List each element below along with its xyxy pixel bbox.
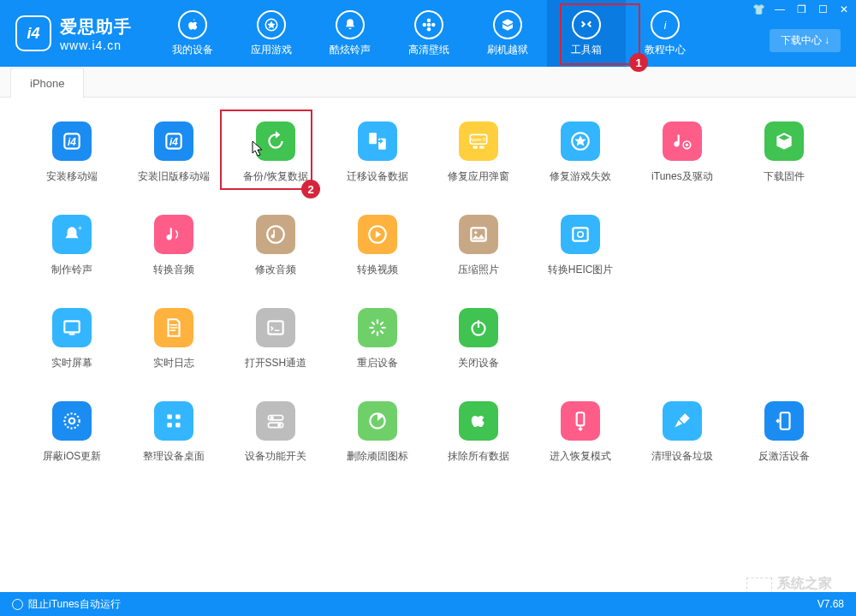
tool-install-mobile[interactable]: i4 安装移动端 [26, 121, 119, 184]
tool-delete-stubborn[interactable]: 删除顽固图标 [330, 401, 424, 464]
svg-point-19 [686, 144, 688, 146]
tool-clean-device[interactable]: 清理设备垃圾 [636, 401, 729, 464]
tool-convert-video[interactable]: 转换视频 [330, 215, 424, 277]
document-icon [154, 308, 193, 347]
nav-label: 教程中心 [645, 43, 686, 57]
tool-device-switch[interactable]: 设备功能开关 [229, 401, 323, 464]
tool-convert-audio[interactable]: 转换音频 [128, 215, 221, 277]
svg-text:+: + [78, 223, 83, 233]
close-button[interactable]: ✕ [837, 3, 851, 15]
tool-label: 实时日志 [153, 356, 194, 370]
info-icon: i [651, 10, 680, 39]
svg-rect-11 [369, 133, 377, 144]
main-nav: 我的设备 应用游戏 酷炫铃声 高清壁纸 刷机越狱 工具箱 i 教程中心 [153, 0, 704, 67]
i4-icon: i4 [154, 121, 193, 161]
svg-rect-12 [378, 139, 386, 150]
tool-migrate-data[interactable]: 迁移设备数据 [330, 121, 424, 184]
tool-itunes-driver[interactable]: iTunes及驱动 [636, 121, 729, 184]
nav-device[interactable]: 我的设备 [153, 0, 232, 67]
appleid-icon: Apple ID [459, 121, 498, 161]
minimize-button[interactable]: — [773, 3, 787, 15]
tool-erase-all[interactable]: 抹除所有数据 [432, 401, 526, 464]
tool-label: 修复应用弹窗 [448, 169, 509, 184]
download-center-button[interactable]: 下载中心 ↓ [770, 29, 841, 52]
tool-edit-audio[interactable]: 修改音频 [229, 215, 323, 277]
tool-label: 打开SSH通道 [245, 356, 307, 370]
watermark-text: 系统之家 [777, 575, 847, 593]
nav-apps[interactable]: 应用游戏 [232, 0, 311, 67]
logo-text: 爱思助手 www.i4.cn [60, 15, 132, 52]
tool-backup-restore[interactable]: 备份/恢复数据 [229, 121, 323, 184]
tool-reboot-device[interactable]: 重启设备 [330, 308, 424, 370]
tool-fix-popup[interactable]: Apple ID 修复应用弹窗 [432, 121, 526, 184]
svg-point-4 [423, 22, 427, 27]
tool-shutdown-device[interactable]: 关闭设备 [432, 308, 526, 370]
tool-label: iTunes及驱动 [651, 169, 713, 184]
apple-shine-icon [459, 401, 498, 441]
svg-rect-15 [473, 145, 478, 148]
tool-convert-heic[interactable]: 转换HEIC图片 [534, 215, 627, 277]
tool-label: 转换HEIC图片 [548, 263, 614, 277]
restore-button[interactable]: ❐ [794, 3, 808, 15]
maximize-button[interactable]: ☐ [816, 3, 829, 15]
status-bar: 阻止iTunes自动运行 V7.68 [0, 592, 856, 616]
tool-realtime-log[interactable]: 实时日志 [128, 308, 221, 370]
svg-line-34 [372, 323, 373, 324]
app-logo: i4 爱思助手 www.i4.cn [15, 15, 132, 52]
tool-open-ssh[interactable]: 打开SSH通道 [229, 308, 323, 370]
image-icon [459, 215, 498, 254]
nav-toolbox[interactable]: 工具箱 [547, 0, 626, 67]
nav-wallpaper[interactable]: 高清壁纸 [389, 0, 468, 67]
nav-label: 酷炫铃声 [330, 43, 371, 57]
tool-label: 清理设备垃圾 [651, 449, 713, 464]
nav-ringtones[interactable]: 酷炫铃声 [311, 0, 389, 67]
svg-rect-42 [168, 414, 172, 418]
svg-rect-27 [65, 321, 80, 332]
tool-label: 设备功能开关 [245, 449, 306, 464]
svg-point-5 [431, 22, 436, 27]
app-name: 爱思助手 [60, 15, 132, 38]
tool-download-firmware[interactable]: 下载固件 [737, 121, 830, 184]
tool-make-ringtone[interactable]: + 制作铃声 [26, 215, 119, 277]
nav-tutorial[interactable]: i 教程中心 [626, 0, 704, 67]
nav-label: 高清壁纸 [408, 43, 449, 57]
loading-icon [358, 308, 397, 347]
tool-label: 关闭设备 [458, 356, 499, 370]
power-icon [459, 308, 498, 347]
tool-block-ios-update[interactable]: 屏蔽iOS更新 [26, 401, 119, 464]
tool-label: 安装移动端 [46, 169, 98, 184]
tool-arrange-desktop[interactable]: 整理设备桌面 [128, 401, 221, 464]
tool-label: 修改音频 [255, 263, 296, 277]
tool-realtime-screen[interactable]: 实时屏幕 [26, 308, 119, 370]
svg-line-37 [381, 323, 383, 324]
svg-rect-45 [175, 423, 180, 427]
svg-rect-25 [573, 228, 587, 240]
tools-icon [572, 10, 601, 39]
tool-label: 整理设备桌面 [143, 449, 205, 464]
window-controls: 👕 — ❐ ☐ ✕ [752, 3, 851, 15]
block-itunes-label[interactable]: 阻止iTunes自动运行 [28, 597, 121, 612]
tool-label: 压缩照片 [458, 263, 499, 277]
radio-icon[interactable] [12, 599, 23, 610]
nav-flash[interactable]: 刷机越狱 [468, 0, 547, 67]
tool-label: 抹除所有数据 [448, 449, 509, 464]
tool-deactivate-device[interactable]: 反激活设备 [737, 401, 830, 464]
svg-point-21 [267, 226, 284, 243]
svg-point-1 [427, 22, 431, 27]
tool-fix-game[interactable]: 修复游戏失效 [534, 121, 627, 184]
tool-recovery-mode[interactable]: 进入恢复模式 [534, 401, 627, 464]
nav-label: 工具箱 [571, 43, 602, 57]
tool-label: 备份/恢复数据 [243, 169, 307, 184]
tool-compress-photo[interactable]: 压缩照片 [432, 215, 526, 277]
appstore-icon [561, 121, 600, 161]
svg-point-3 [427, 27, 431, 32]
tool-label: 进入恢复模式 [550, 449, 611, 464]
toggles-icon [256, 401, 295, 441]
svg-text:i: i [664, 19, 667, 31]
svg-line-36 [372, 331, 373, 333]
tab-iphone[interactable]: iPhone [10, 68, 84, 98]
skin-icon[interactable]: 👕 [752, 3, 765, 15]
phone-back-icon [764, 401, 804, 441]
tool-install-old-mobile[interactable]: i4 安装旧版移动端 [128, 121, 221, 184]
cube-icon [764, 121, 804, 161]
